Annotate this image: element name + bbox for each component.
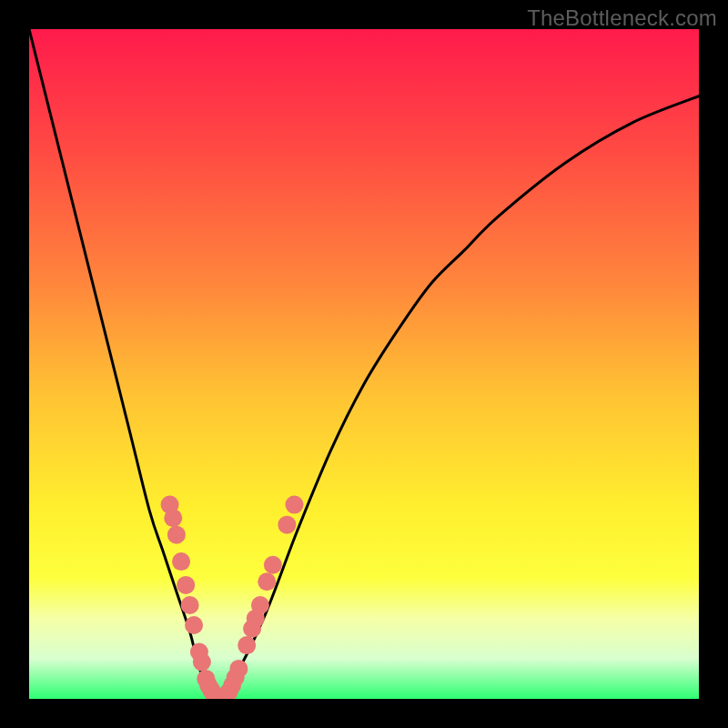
bottleneck-curve — [29, 29, 699, 699]
data-point — [167, 526, 186, 544]
data-point — [177, 576, 195, 594]
data-point — [181, 596, 199, 614]
chart-frame: TheBottleneck.com — [0, 0, 728, 728]
data-point — [193, 653, 211, 672]
data-point — [278, 516, 296, 534]
data-point — [258, 572, 276, 591]
data-point — [185, 616, 203, 634]
data-point — [285, 496, 303, 514]
data-point — [251, 596, 269, 614]
data-point — [164, 509, 182, 527]
data-point — [172, 552, 190, 571]
watermark-text: TheBottleneck.com — [527, 5, 717, 31]
curve-group — [29, 29, 699, 699]
data-point — [264, 556, 282, 574]
data-point — [229, 660, 248, 678]
plot-background-gradient — [29, 29, 699, 699]
data-point — [238, 636, 256, 654]
chart-svg — [29, 29, 699, 699]
marked-points-group — [161, 496, 304, 699]
